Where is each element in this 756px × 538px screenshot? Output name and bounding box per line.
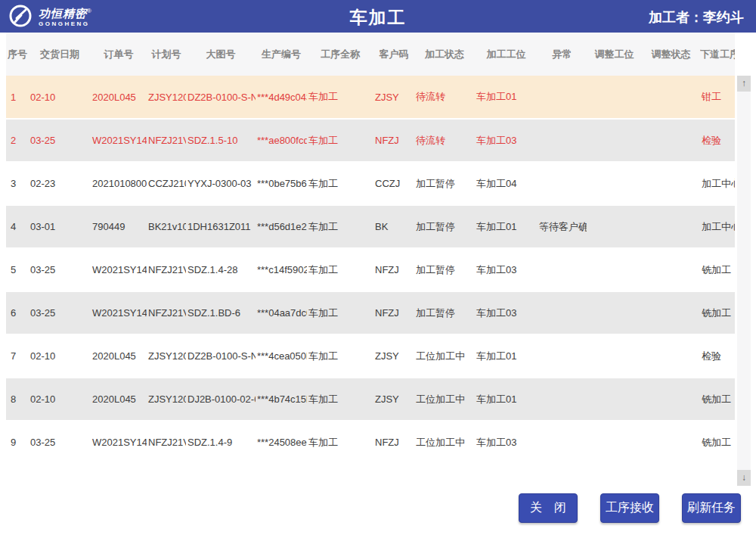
cell: ZJSY — [373, 76, 414, 119]
cell: 车加工 — [307, 291, 373, 334]
table-row[interactable]: 702-102020L045ZJSY1201DZ2B-0100-S-N.1***… — [6, 334, 735, 378]
cell: 车加工 — [307, 421, 373, 464]
brand-name-en: GONGHENG — [39, 21, 91, 27]
cell — [587, 76, 642, 119]
cell: NFZJ21V — [147, 421, 186, 464]
cell: 车加工04 — [475, 162, 538, 205]
close-button[interactable]: 关 闭 — [519, 493, 578, 523]
cell — [642, 162, 700, 205]
cell: NFZJ — [373, 248, 414, 291]
cell: ***4cea050b — [256, 334, 307, 378]
cell: 车加工 — [307, 205, 373, 248]
cell — [538, 421, 587, 464]
cell: 加工暂停 — [414, 291, 475, 334]
cell: 检验 — [700, 119, 735, 162]
cell: 等待客户确认 — [538, 205, 587, 248]
cell: 车加工 — [307, 248, 373, 291]
cell: 车加工03 — [475, 119, 538, 162]
cell: 2020L045 — [91, 334, 147, 378]
refresh-tasks-button[interactable]: 刷新任务 — [682, 493, 741, 523]
cell — [642, 119, 700, 162]
cell: 02-10 — [29, 76, 91, 119]
column-header: 序号 — [6, 33, 29, 76]
cell: 2020L045 — [91, 76, 147, 119]
table-row[interactable]: 403-01790449BK21v1021DH1631Z011***d56d1e… — [6, 205, 735, 248]
cell: ***d56d1e26 — [256, 205, 307, 248]
table-row[interactable]: 503-25W2021SY140NFZJ21VSDZ.1.4-28***c14f… — [6, 248, 735, 291]
cell: 工位加工中 — [414, 378, 475, 421]
cell: 02-10 — [29, 378, 91, 421]
cell: NFZJ21V — [147, 291, 186, 334]
cell: DJ2B-0100-02-03 — [186, 378, 256, 421]
cell: 铣加工 — [700, 378, 735, 421]
table-row[interactable]: 603-25W2021SY140NFZJ21VSDZ.1.BD-6***04aa… — [6, 291, 735, 334]
column-header: 调整工位 — [587, 33, 642, 76]
cell: ***c14f5902 — [256, 248, 307, 291]
cell: SDZ.1.4-28 — [186, 248, 256, 291]
cell: NFZJ21V — [147, 119, 186, 162]
cell: ***ae800fcd — [256, 119, 307, 162]
page-title: 车加工 — [350, 6, 407, 30]
cell: W2021SY140 — [91, 421, 147, 464]
cell: 铣加工 — [700, 248, 735, 291]
cell: 车加工01 — [475, 334, 538, 378]
cell: 车加工03 — [475, 421, 538, 464]
cell: 02-10 — [29, 334, 91, 378]
cell: ZJSY — [373, 334, 414, 378]
cell: 车加工01 — [475, 378, 538, 421]
cell: 待流转 — [414, 119, 475, 162]
table-row[interactable]: 903-25W2021SY140NFZJ21VSDZ.1.4-9***24508… — [6, 421, 735, 464]
cell — [538, 378, 587, 421]
cell: 790449 — [91, 205, 147, 248]
cell: W2021SY140 — [91, 119, 147, 162]
cell: 8 — [6, 378, 29, 421]
cell — [642, 76, 700, 119]
cell — [642, 378, 700, 421]
cell — [587, 334, 642, 378]
cell: YYXJ-0300-03 — [186, 162, 256, 205]
column-header: 加工状态 — [414, 33, 475, 76]
cell — [587, 205, 642, 248]
cell — [538, 291, 587, 334]
scroll-up-icon[interactable]: ↑ — [737, 76, 751, 92]
column-header: 加工工位 — [475, 33, 538, 76]
cell: 02-23 — [29, 162, 91, 205]
cell: 工位加工中 — [414, 334, 475, 378]
cell: NFZJ — [373, 421, 414, 464]
cell: ZJSY — [373, 378, 414, 421]
vertical-scrollbar[interactable]: ↑ ↓ — [737, 76, 751, 486]
cell: 车加工 — [307, 76, 373, 119]
cell: ZJSY1201 — [147, 378, 186, 421]
column-header: 调整状态 — [642, 33, 700, 76]
cell: DZ2B-0100-S-N.1 — [186, 334, 256, 378]
cell: NFZJ — [373, 119, 414, 162]
cell: W2021SY140 — [91, 248, 147, 291]
column-header: 下道工序 — [700, 33, 735, 76]
column-header: 生产编号 — [256, 33, 307, 76]
cell — [642, 421, 700, 464]
column-header: 计划号 — [147, 33, 186, 76]
cell — [538, 76, 587, 119]
brand-name-cn: 功恒精密 — [39, 7, 87, 20]
cell: 铣加工 — [700, 421, 735, 464]
table-row[interactable]: 102-102020L045ZJSY1201DZ2B-0100-S-N-***4… — [6, 76, 735, 119]
column-header: 订单号 — [91, 33, 147, 76]
table-row[interactable]: 302-23202101080011CCZJ2108YYXJ-0300-03**… — [6, 162, 735, 205]
column-header: 客户码 — [373, 33, 414, 76]
cell: 车加工03 — [475, 291, 538, 334]
cell: BK — [373, 205, 414, 248]
table-row[interactable]: 802-102020L045ZJSY1201DJ2B-0100-02-03***… — [6, 378, 735, 421]
column-header: 大图号 — [186, 33, 256, 76]
process-receive-button[interactable]: 工序接收 — [600, 493, 659, 523]
table-row[interactable]: 203-25W2021SY140NFZJ21VSDZ.1.5-10***ae80… — [6, 119, 735, 162]
table-body: 102-102020L045ZJSY1201DZ2B-0100-S-N-***4… — [6, 76, 735, 464]
cell: 202101080011 — [91, 162, 147, 205]
cell: 加工暂停 — [414, 162, 475, 205]
scroll-down-icon[interactable]: ↓ — [737, 470, 751, 486]
operator-label: 加工者：李约斗 — [649, 8, 744, 26]
cell: 1 — [6, 76, 29, 119]
cell: 03-01 — [29, 205, 91, 248]
cell: 车加工 — [307, 119, 373, 162]
cell: 加工暂停 — [414, 205, 475, 248]
cell: 2020L045 — [91, 378, 147, 421]
